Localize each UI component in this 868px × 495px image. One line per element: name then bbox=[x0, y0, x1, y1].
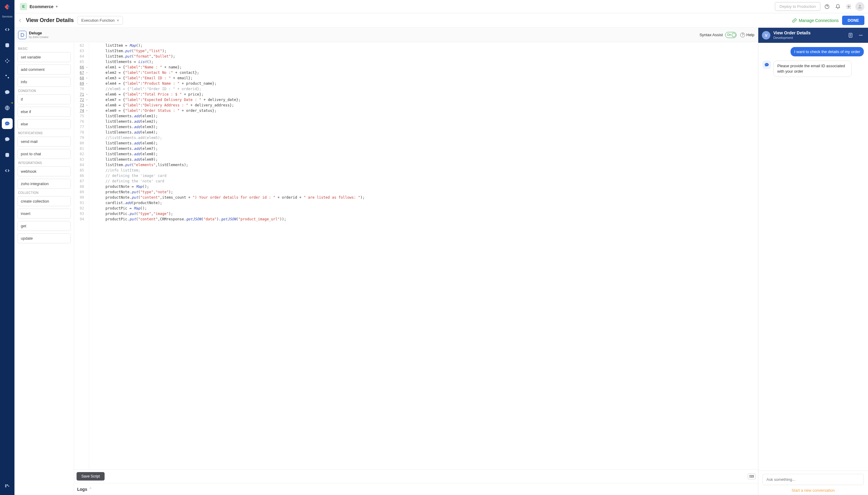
rail-item-globe[interactable]: ✦ bbox=[2, 102, 13, 113]
snippet-group-title: CONDITION bbox=[18, 89, 71, 92]
syntax-assist-toggle[interactable]: On bbox=[725, 32, 736, 38]
snippet-item[interactable]: create collection bbox=[17, 196, 71, 206]
language-badge: Deluge by Zoho Creator bbox=[18, 31, 49, 39]
page-header: View Order Details Execution Function ▾ … bbox=[15, 13, 868, 28]
rail-item-apps[interactable] bbox=[2, 481, 13, 492]
workspace-switcher[interactable]: E Ecommerce ▾ bbox=[18, 2, 60, 12]
save-script-button[interactable]: Save Script bbox=[76, 472, 105, 480]
rail-item-code[interactable] bbox=[2, 24, 13, 35]
question-icon: ? bbox=[740, 33, 745, 37]
bot-avatar-icon bbox=[763, 61, 771, 69]
gear-icon[interactable] bbox=[845, 2, 853, 11]
bell-icon[interactable] bbox=[834, 2, 842, 11]
snippet-item[interactable]: set variable bbox=[17, 52, 71, 62]
chat-minimize-icon[interactable] bbox=[857, 32, 864, 39]
back-button[interactable] bbox=[18, 18, 22, 23]
snippet-group-title: COLLECTION bbox=[18, 191, 71, 194]
chevron-down-icon: ▾ bbox=[117, 18, 119, 23]
chat-avatar: V bbox=[762, 31, 770, 39]
snippet-item[interactable]: else bbox=[17, 119, 71, 129]
help-icon[interactable] bbox=[823, 2, 831, 11]
snippet-group-title: INTEGRATIONS bbox=[18, 161, 71, 165]
rail-item-chat2[interactable] bbox=[2, 134, 13, 145]
svg-point-2 bbox=[6, 123, 7, 124]
snippet-item[interactable]: insert bbox=[17, 209, 71, 219]
syntax-assist-label: Syntax Assist bbox=[699, 33, 723, 37]
brand-logo bbox=[3, 2, 12, 11]
avatar[interactable] bbox=[855, 2, 864, 11]
rail-item-chat[interactable] bbox=[2, 87, 13, 98]
rail-item-bot[interactable] bbox=[2, 118, 13, 129]
link-icon bbox=[792, 18, 797, 23]
language-name: Deluge bbox=[29, 31, 49, 36]
chat-title: View Order Details bbox=[774, 31, 844, 36]
rail-item-flow[interactable] bbox=[2, 71, 13, 82]
page-title: View Order Details bbox=[26, 17, 74, 23]
snippet-item[interactable]: send mail bbox=[17, 137, 71, 147]
chat-subtitle: Development bbox=[774, 36, 844, 40]
nav-rail: Services ✦ bbox=[0, 0, 15, 495]
chat-transcript-icon[interactable] bbox=[847, 32, 854, 39]
chat-footer: Start a new conversation bbox=[758, 471, 868, 495]
snippet-item[interactable]: webhook bbox=[17, 166, 71, 176]
code-editor[interactable]: 6263646566676869707172737475767778798081… bbox=[74, 42, 758, 470]
snippet-item[interactable]: add comment bbox=[17, 65, 71, 74]
workspace-name: Ecommerce bbox=[30, 4, 53, 9]
bot-message: Please provide the email ID associated w… bbox=[774, 61, 852, 77]
syntax-assist-control: Syntax Assist On bbox=[699, 32, 736, 38]
snippet-item[interactable]: update bbox=[17, 233, 71, 243]
user-message: I want to check the details of my order bbox=[791, 47, 864, 56]
help-label: Help bbox=[746, 33, 754, 37]
snippet-item[interactable]: else if bbox=[17, 107, 71, 117]
svg-point-13 bbox=[767, 65, 768, 65]
topbar: E Ecommerce ▾ Deploy to Production bbox=[15, 0, 868, 13]
keyboard-icon[interactable]: ⌨ bbox=[748, 474, 756, 479]
svg-rect-7 bbox=[5, 486, 6, 488]
sparkle-icon: ✦ bbox=[11, 101, 13, 105]
execution-function-dropdown[interactable]: Execution Function ▾ bbox=[77, 16, 123, 25]
deploy-button[interactable]: Deploy to Production bbox=[775, 2, 820, 11]
code-lines[interactable]: listItem = Map();listItem.put("type","li… bbox=[89, 42, 758, 470]
svg-rect-5 bbox=[5, 484, 6, 486]
chevron-up-icon: ⌃ bbox=[89, 487, 92, 491]
svg-point-9 bbox=[848, 6, 850, 7]
logs-label: Logs bbox=[77, 487, 87, 492]
snippet-group-title: BASIC bbox=[18, 47, 71, 50]
snippet-item[interactable]: if bbox=[17, 95, 71, 104]
workspace-letter: E bbox=[20, 3, 27, 10]
help-link[interactable]: ? Help bbox=[740, 33, 754, 37]
rail-item-data[interactable] bbox=[2, 40, 13, 51]
snippet-group-title: NOTIFICATIONS bbox=[18, 132, 71, 135]
services-label: Services bbox=[2, 14, 13, 21]
editor-footer: Save Script ⌨ bbox=[74, 470, 758, 483]
rail-item-db[interactable] bbox=[2, 150, 13, 160]
chat-input[interactable] bbox=[763, 474, 864, 485]
rail-item-code2[interactable] bbox=[2, 165, 13, 176]
svg-rect-6 bbox=[7, 484, 8, 486]
editor-toolbar: Deluge by Zoho Creator Syntax Assist On bbox=[15, 28, 758, 42]
chevron-down-icon: ▾ bbox=[56, 4, 58, 9]
language-sub: by Zoho Creator bbox=[29, 36, 49, 39]
manage-connections-label: Manage Connections bbox=[799, 18, 838, 23]
exec-dd-label: Execution Function bbox=[81, 18, 115, 23]
snippet-item[interactable]: info bbox=[17, 77, 71, 87]
chat-body: I want to check the details of my order … bbox=[758, 43, 868, 471]
svg-point-12 bbox=[766, 65, 766, 65]
snippet-item[interactable]: zoho integration bbox=[17, 179, 71, 189]
snippet-item[interactable]: get bbox=[17, 221, 71, 231]
gutter: 6263646566676869707172737475767778798081… bbox=[74, 42, 89, 470]
svg-point-3 bbox=[7, 123, 8, 124]
toggle-state-label: On bbox=[726, 33, 731, 36]
chat-header: V View Order Details Development bbox=[758, 28, 868, 43]
svg-point-10 bbox=[859, 5, 861, 7]
snippet-item[interactable]: post to chat bbox=[17, 149, 71, 159]
logs-toggle[interactable]: Logs ⌃ bbox=[74, 483, 758, 495]
snippet-panel: BASICset variableadd commentinfoCONDITIO… bbox=[15, 42, 74, 495]
deluge-icon bbox=[18, 31, 27, 39]
toggle-dot bbox=[732, 33, 736, 37]
start-new-conversation-link[interactable]: Start a new conversation bbox=[763, 488, 864, 493]
rail-item-integrations[interactable] bbox=[2, 55, 13, 66]
done-button[interactable]: DONE bbox=[842, 16, 864, 25]
manage-connections-link[interactable]: Manage Connections bbox=[792, 18, 838, 23]
